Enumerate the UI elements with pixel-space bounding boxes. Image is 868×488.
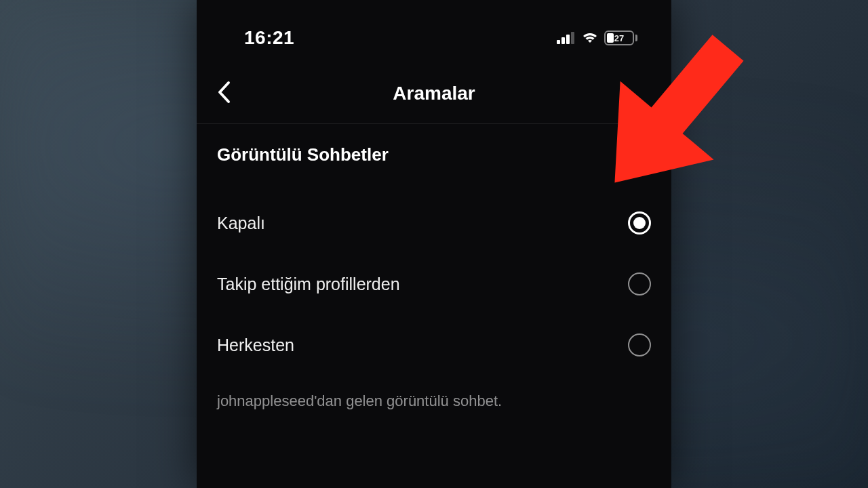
svg-rect-0 — [557, 40, 560, 44]
radio-unselected-icon[interactable] — [628, 272, 651, 296]
wifi-icon — [581, 31, 599, 45]
phone-screen: 16:21 27 — [197, 0, 671, 488]
battery-indicator: 27 — [604, 30, 637, 45]
option-everyone[interactable]: Herkesten — [217, 314, 651, 375]
svg-rect-3 — [571, 32, 574, 44]
cellular-signal-icon — [557, 32, 576, 44]
radio-selected-icon[interactable] — [628, 211, 651, 235]
section-footer-text: johnappleseed'dan gelen görüntülü sohbet… — [217, 392, 651, 430]
svg-rect-2 — [566, 35, 570, 44]
content-area: Görüntülü Sohbetler Kapalı Takip ettiğim… — [197, 124, 671, 430]
option-label: Kapalı — [217, 214, 265, 233]
status-time: 16:21 — [244, 27, 294, 49]
status-icons: 27 — [557, 30, 637, 45]
nav-header: Aramalar — [197, 62, 671, 124]
radio-unselected-icon[interactable] — [628, 333, 651, 357]
back-button[interactable] — [217, 81, 231, 106]
page-title: Aramalar — [217, 83, 651, 104]
option-following[interactable]: Takip ettiğim profillerden — [217, 253, 651, 314]
battery-percent: 27 — [614, 33, 624, 43]
option-off[interactable]: Kapalı — [217, 192, 651, 253]
status-bar: 16:21 27 — [197, 0, 671, 62]
option-label: Herkesten — [217, 336, 294, 355]
section-title: Görüntülü Sohbetler — [217, 144, 651, 165]
svg-rect-1 — [561, 37, 565, 44]
option-label: Takip ettiğim profillerden — [217, 274, 400, 294]
